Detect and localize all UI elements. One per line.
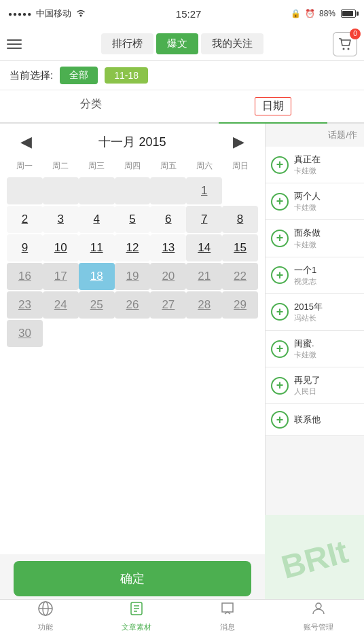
date-cell-30[interactable]: 30 (7, 320, 43, 347)
calendar-header: ◀ 十一月 2015 ▶ (0, 124, 265, 158)
article-title-4: 一个1 (294, 264, 316, 276)
article-sub-5: 冯站长 (294, 313, 323, 323)
tab-date[interactable]: 日期 (182, 90, 364, 122)
add-button-5[interactable]: + (271, 303, 289, 321)
add-button-4[interactable]: + (271, 266, 289, 284)
week-4: 16 17 18 19 20 21 22 (7, 263, 258, 290)
next-month-button[interactable]: ▶ (226, 133, 251, 151)
message-icon (219, 600, 236, 621)
tab-ranking[interactable]: 排行榜 (101, 33, 153, 54)
date-empty-w6-4 (115, 320, 151, 347)
add-button-2[interactable]: + (271, 193, 289, 211)
article-title-3: 面条做 (294, 227, 321, 239)
main-tabs: 排行榜 爆文 我的关注 (31, 33, 333, 54)
date-cell-6[interactable]: 6 (150, 206, 186, 233)
date-cell-15[interactable]: 15 (222, 234, 258, 261)
date-cell-4[interactable]: 4 (79, 206, 115, 233)
article-title-1: 真正在 (294, 153, 321, 166)
date-cell[interactable]: 1 (186, 177, 222, 204)
list-item: + 真正在 卡娃微 (266, 147, 364, 183)
date-cell-13[interactable]: 13 (150, 234, 186, 261)
brit-watermark: BRIt (265, 515, 364, 603)
weekday-wed: 周三 (79, 158, 115, 175)
wifi-icon (75, 9, 86, 19)
date-cell-27[interactable]: 27 (150, 291, 186, 319)
date-cell-3[interactable]: 3 (43, 206, 79, 233)
date-cell-26[interactable]: 26 (115, 291, 151, 319)
sub-tabs: 分类 日期 (0, 90, 364, 124)
date-cell-9[interactable]: 9 (7, 234, 43, 261)
column-header: 话题/作 (266, 124, 364, 147)
add-button-7[interactable]: + (271, 377, 289, 395)
date-cell-8[interactable]: 8 (222, 206, 258, 233)
brit-text: BRIt (277, 532, 352, 586)
date-cell-18-selected[interactable]: 18 (79, 263, 115, 290)
nav-item-articles[interactable]: 文章素材 (91, 600, 182, 633)
date-cell-7[interactable]: 7 (186, 206, 222, 233)
date-empty-5 (150, 177, 186, 204)
lock-icon: 🔒 (291, 9, 301, 18)
calendar-title: 十一月 2015 (98, 134, 166, 150)
nav-label-messages: 消息 (220, 622, 235, 632)
date-empty-2 (43, 177, 79, 204)
date-cell-14[interactable]: 14 (186, 234, 222, 261)
globe-icon (37, 600, 54, 621)
list-item: + 2015年 冯站长 (266, 294, 364, 331)
article-title-7: 再见了 (294, 374, 321, 386)
article-icon (128, 600, 145, 621)
date-cell-12[interactable]: 12 (115, 234, 151, 261)
date-cell-20[interactable]: 20 (150, 263, 186, 290)
date-cell-23[interactable]: 23 (7, 291, 43, 319)
svg-point-1 (343, 48, 345, 50)
nav-item-account[interactable]: 账号管理 (273, 600, 364, 633)
prev-month-button[interactable]: ◀ (14, 133, 39, 151)
week-5: 23 24 25 26 27 28 29 (7, 291, 258, 319)
date-empty-w6-2 (43, 320, 79, 347)
filter-tag-all[interactable]: 全部 (60, 67, 98, 84)
date-empty-w6-5 (150, 320, 186, 347)
date-cell-22[interactable]: 22 (222, 263, 258, 290)
date-cell-29[interactable]: 29 (222, 291, 258, 319)
date-cell-5[interactable]: 5 (115, 206, 151, 233)
article-title-5: 2015年 (294, 301, 323, 313)
weekday-row: 周一 周二 周三 周四 周五 周六 周日 (7, 158, 258, 175)
article-sub-4: 视觉志 (294, 276, 316, 287)
filter-tag-range[interactable]: 11-18 (105, 67, 148, 84)
add-button-8[interactable]: + (271, 411, 289, 429)
time-display: 15:27 (176, 8, 202, 20)
nav-label-account: 账号管理 (304, 622, 333, 632)
tab-category[interactable]: 分类 (0, 90, 182, 122)
date-cell-24[interactable]: 24 (43, 291, 79, 319)
nav-item-messages[interactable]: 消息 (182, 600, 273, 633)
article-panel: 话题/作 + 真正在 卡娃微 + 两个人 卡娃微 + 面条做 卡娃微 (265, 124, 364, 556)
list-item: + 两个人 卡娃微 (266, 183, 364, 220)
week-2: 2 3 4 5 6 7 8 (7, 206, 258, 233)
date-cell-19[interactable]: 19 (115, 263, 151, 290)
article-title-6: 闺蜜. (294, 338, 316, 350)
svg-point-10 (316, 603, 321, 609)
confirm-bar: 确定 (0, 554, 265, 603)
alarm-icon: ⏰ (305, 9, 315, 18)
add-button-3[interactable]: + (271, 230, 289, 247)
date-cell-17[interactable]: 17 (43, 263, 79, 290)
date-cell-25[interactable]: 25 (79, 291, 115, 319)
add-button-1[interactable]: + (271, 156, 289, 174)
nav-item-function[interactable]: 功能 (0, 600, 91, 633)
date-cell-16[interactable]: 16 (7, 263, 43, 290)
tab-following[interactable]: 我的关注 (201, 33, 263, 54)
date-empty-w6-3 (79, 320, 115, 347)
date-cell-21[interactable]: 21 (186, 263, 222, 290)
date-cell-10[interactable]: 10 (43, 234, 79, 261)
date-cell-11[interactable]: 11 (79, 234, 115, 261)
date-cell-28[interactable]: 28 (186, 291, 222, 319)
tab-viral[interactable]: 爆文 (156, 33, 198, 54)
confirm-button[interactable]: 确定 (14, 561, 251, 596)
list-item: + 再见了 人民日 (266, 367, 364, 404)
cart-button[interactable]: 0 (333, 32, 357, 56)
main-content: ◀ 十一月 2015 ▶ 周一 周二 周三 周四 周五 周六 周日 (0, 124, 364, 556)
menu-button[interactable] (7, 39, 31, 49)
article-sub-1: 卡娃微 (294, 166, 321, 176)
date-cell-2[interactable]: 2 (7, 206, 43, 233)
add-button-6[interactable]: + (271, 340, 289, 358)
list-item: + 联系他 (266, 404, 364, 436)
